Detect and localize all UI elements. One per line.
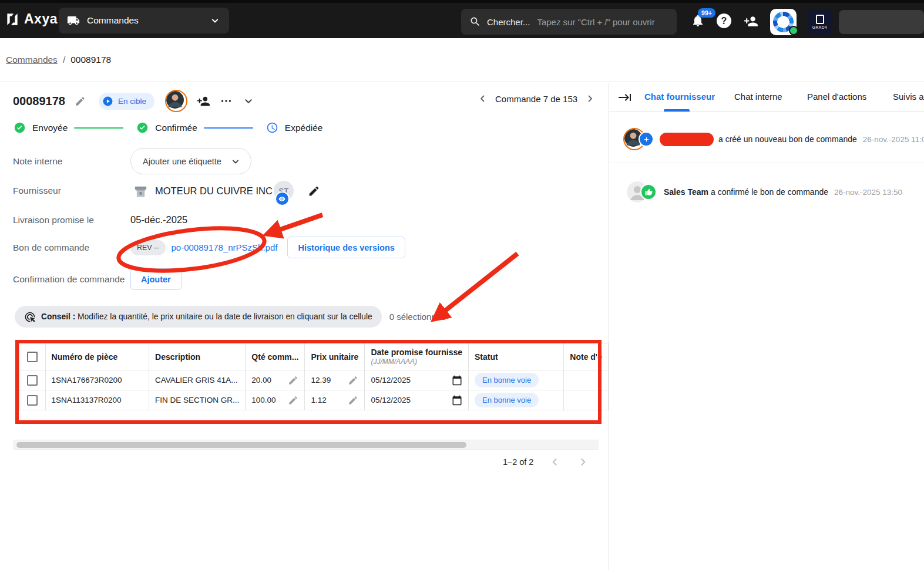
- tab-panel-actions[interactable]: Panel d'actions: [807, 92, 866, 102]
- share-order-person-add-icon[interactable]: [197, 95, 210, 108]
- po-pdf-link[interactable]: po-00089178_nrPSzSh.pdf: [172, 242, 278, 252]
- pagination-prev-chevron[interactable]: [549, 456, 561, 468]
- grad4-glyph: [816, 15, 824, 24]
- order-status-chip-label: En cible: [118, 97, 146, 106]
- fournisseur-row: Fournisseur MOTEUR DU CUIVRE INC ST: [13, 181, 320, 201]
- event-timestamp: 26-nov.-2025 13:50: [834, 188, 902, 197]
- order-title-row: 00089178 En cible: [13, 90, 255, 112]
- notifications-bell-button[interactable]: 99+: [691, 14, 705, 28]
- event-text: a créé un nouveau bon de commande: [718, 134, 857, 144]
- top-navbar: Axya Commandes Chercher... Tapez sur "Ct…: [0, 0, 924, 38]
- thumbs-up-icon: [640, 184, 657, 200]
- active-tab-underline: [664, 109, 690, 112]
- breadcrumb-commandes-link[interactable]: Commandes: [6, 55, 58, 65]
- edit-qty-pencil-icon[interactable]: [288, 395, 298, 406]
- confirmation-label: Confirmation de commande: [13, 274, 130, 285]
- qty-cell[interactable]: 100.00: [246, 390, 305, 410]
- truck-icon: [67, 14, 80, 27]
- tab-chat-fournisseur[interactable]: Chat fournisseur: [644, 92, 715, 102]
- col-unit-price: Prix unitaire: [305, 343, 365, 370]
- edit-order-pencil-icon[interactable]: [75, 96, 86, 107]
- invite-user-button[interactable]: [744, 14, 758, 29]
- calendar-icon[interactable]: [452, 395, 462, 406]
- tip-row: Conseil : Modifiez la quantité, le prix …: [15, 306, 446, 328]
- supplier-contact-avatar[interactable]: ST: [274, 181, 294, 201]
- account-area[interactable]: [839, 10, 924, 34]
- machine-icon: [132, 183, 149, 200]
- status-cell: En bonne voie: [469, 370, 564, 390]
- breadcrumb-current: 00089178: [70, 55, 111, 65]
- notifications-badge: 99+: [698, 8, 715, 18]
- search-label: Chercher...: [487, 17, 530, 27]
- order-detail-main: 00089178 En cible Commande 7 de 153: [0, 83, 609, 570]
- more-options-icon[interactable]: [220, 95, 233, 107]
- pagination-next-chevron[interactable]: [577, 456, 589, 468]
- expand-chevron-down-icon[interactable]: [242, 95, 255, 107]
- description-cell: CAVALIER GRIS 41A...: [149, 370, 246, 390]
- status-badge: En bonne voie: [475, 393, 539, 407]
- tab-chat-interne[interactable]: Chat interne: [734, 92, 782, 102]
- step-shipped-label: Expédiée: [285, 123, 323, 133]
- add-tag-dropdown[interactable]: Ajouter une étiquette: [130, 148, 251, 174]
- note-cell[interactable]: [564, 370, 609, 390]
- help-button[interactable]: ?: [717, 14, 731, 28]
- table-row: 1SNA176673R0200 CAVALIER GRIS 41A... 20.…: [20, 370, 609, 390]
- event-author: Sales Team: [664, 187, 708, 197]
- price-cell[interactable]: 1.12: [305, 390, 365, 410]
- add-confirmation-button[interactable]: Ajouter: [130, 268, 182, 290]
- edit-price-pencil-icon[interactable]: [348, 395, 358, 406]
- part-number-cell: 1SNA176673R0200: [45, 370, 149, 390]
- col-description: Description: [149, 343, 246, 370]
- edit-fournisseur-pencil-icon[interactable]: [308, 185, 320, 197]
- date-format-hint: (JJ/MM/AAAA): [371, 357, 462, 366]
- line-items-table: Numéro de pièce Description Qté comm... …: [19, 343, 609, 410]
- tab-suivis[interactable]: Suivis au: [893, 92, 924, 102]
- order-status-chip[interactable]: En cible: [99, 93, 154, 110]
- module-selector[interactable]: Commandes: [59, 8, 229, 33]
- play-circle-icon: [102, 96, 113, 107]
- axya-logo-icon: [5, 12, 20, 27]
- assignee-avatar[interactable]: [165, 90, 187, 112]
- status-badge: En bonne voie: [475, 373, 539, 387]
- add-tag-label: Ajouter une étiquette: [143, 157, 221, 166]
- collapse-panel-icon[interactable]: [618, 90, 632, 104]
- grad4-app-icon[interactable]: GRAD4: [807, 9, 832, 35]
- redacted-name-annotation: [660, 133, 714, 146]
- version-history-button[interactable]: Historique des versions: [287, 237, 405, 258]
- edit-qty-pencil-icon[interactable]: [288, 375, 298, 386]
- row-checkbox[interactable]: [27, 395, 38, 406]
- global-search-input[interactable]: Chercher... Tapez sur "Ctrl + /" pour ou…: [461, 9, 677, 35]
- note-interne-label: Note interne: [13, 156, 130, 167]
- col-note: Note d'e: [564, 343, 609, 370]
- next-order-chevron[interactable]: [584, 93, 595, 104]
- qty-cell[interactable]: 20.00: [246, 370, 305, 390]
- chevron-down-icon: [230, 156, 241, 167]
- breadcrumb-separator: /: [63, 55, 65, 65]
- step-connector-pending: [204, 127, 253, 129]
- price-cell[interactable]: 12.39: [305, 370, 365, 390]
- col-qty: Qté comm...: [246, 343, 305, 370]
- col-part-number: Numéro de pièce: [45, 343, 149, 370]
- tip-pill: Conseil : Modifiez la quantité, le prix …: [15, 306, 382, 328]
- note-cell[interactable]: [564, 390, 609, 410]
- part-number-cell: 1SNA113137R0200: [45, 390, 149, 410]
- app-launcher-icon[interactable]: [770, 9, 797, 35]
- date-cell[interactable]: 05/12/2025: [365, 370, 469, 390]
- col-promised-date: Date promise fournisse (JJ/MM/AAAA): [365, 343, 469, 370]
- note-interne-row: Note interne Ajouter une étiquette: [13, 148, 251, 174]
- fournisseur-label: Fournisseur: [13, 185, 130, 196]
- date-cell[interactable]: 05/12/2025: [365, 390, 469, 410]
- calendar-icon[interactable]: [452, 375, 462, 386]
- select-all-checkbox[interactable]: [27, 352, 38, 362]
- scrollbar-thumb[interactable]: [16, 442, 466, 448]
- selection-count: 0 sélectionnée: [389, 312, 446, 322]
- edit-price-pencil-icon[interactable]: [348, 375, 358, 386]
- row-checkbox[interactable]: [27, 375, 38, 386]
- previous-order-chevron[interactable]: [478, 93, 488, 104]
- plus-badge-icon: [639, 131, 654, 147]
- horizontal-scrollbar[interactable]: [13, 440, 599, 450]
- table-header-row: Numéro de pièce Description Qté comm... …: [20, 343, 609, 370]
- step-confirmed-label: Confirmée: [155, 123, 197, 133]
- livraison-label: Livraison promise le: [13, 215, 130, 225]
- table-pagination: 1–2 of 2: [503, 456, 589, 468]
